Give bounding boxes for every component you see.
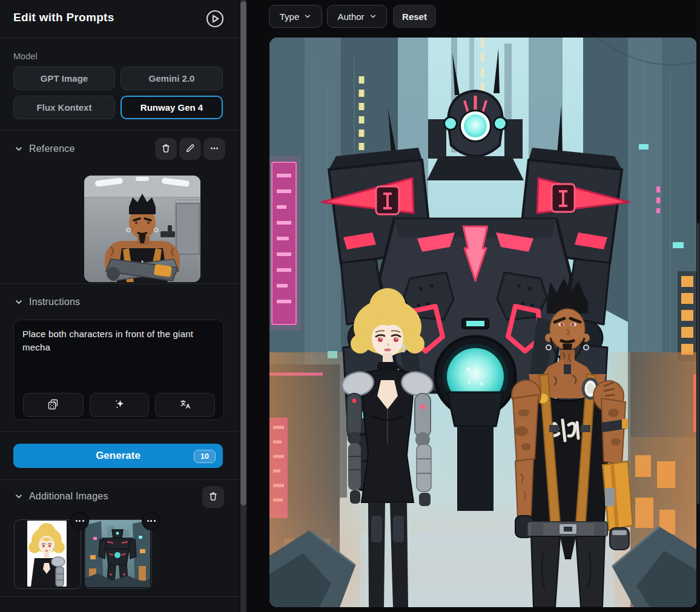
additional-images-section-label: Additional Images xyxy=(29,491,108,502)
type-filter-label: Type xyxy=(280,12,300,22)
generate-button[interactable]: Generate 10 xyxy=(13,444,223,468)
generate-button-label: Generate xyxy=(96,450,140,461)
reference-image[interactable] xyxy=(84,176,200,282)
generated-image[interactable] xyxy=(269,38,697,607)
delete-additional-images-button[interactable] xyxy=(202,486,224,508)
divider xyxy=(0,283,240,284)
reference-more-button[interactable] xyxy=(203,138,225,160)
author-filter-label: Author xyxy=(337,12,364,22)
model-option-runway-gen-4[interactable]: Runway Gen 4 xyxy=(121,96,223,119)
play-circle-icon xyxy=(205,21,225,30)
divider xyxy=(0,596,240,597)
pencil-icon xyxy=(185,143,196,156)
model-option-gpt-image[interactable]: GPT Image xyxy=(13,67,115,90)
additional-image-2[interactable] xyxy=(85,519,152,589)
page-scrollbar-thumb[interactable] xyxy=(697,223,699,504)
author-filter-dropdown[interactable]: Author xyxy=(327,5,387,28)
credits-badge: 10 xyxy=(194,450,216,463)
run-button[interactable] xyxy=(205,9,225,28)
dice-icon xyxy=(47,398,59,412)
divider xyxy=(0,130,240,131)
trash-icon xyxy=(208,491,219,504)
sparkles-icon xyxy=(113,398,125,412)
translate-icon xyxy=(179,398,191,412)
type-filter-dropdown[interactable]: Type xyxy=(269,5,322,28)
chevron-down-icon[interactable] xyxy=(15,492,23,501)
model-option-flux-kontext[interactable]: Flux Kontext xyxy=(13,96,115,119)
model-option-gemini-2-0[interactable]: Gemini 2.0 xyxy=(121,67,223,90)
chevron-down-icon xyxy=(369,12,377,22)
ellipsis-icon xyxy=(209,143,220,156)
divider xyxy=(0,479,240,480)
randomize-prompt-button[interactable] xyxy=(23,393,84,417)
instructions-text[interactable]: Place both characters in front of the gi… xyxy=(22,327,204,354)
page-scrollbar[interactable] xyxy=(696,0,700,612)
divider xyxy=(0,38,240,38)
sidebar-scrollbar-thumb[interactable] xyxy=(240,1,246,505)
instructions-editor[interactable]: Place both characters in front of the gi… xyxy=(13,320,224,420)
edit-reference-button[interactable] xyxy=(179,138,201,160)
enhance-prompt-button[interactable] xyxy=(90,393,149,417)
page-title: Edit with Prompts xyxy=(13,11,114,24)
chevron-down-icon xyxy=(304,12,311,22)
translate-button[interactable] xyxy=(155,393,215,417)
divider xyxy=(0,431,240,432)
reset-filters-button[interactable]: Reset xyxy=(393,5,436,28)
additional-image-1-more-button[interactable] xyxy=(71,513,88,529)
trash-icon xyxy=(160,143,171,156)
instructions-section-label: Instructions xyxy=(29,297,80,308)
chevron-down-icon[interactable] xyxy=(15,298,23,306)
model-label: Model xyxy=(13,51,38,61)
additional-image-1[interactable] xyxy=(14,519,81,589)
delete-reference-button[interactable] xyxy=(155,138,177,160)
additional-image-2-more-button[interactable] xyxy=(143,513,159,529)
sidebar-scrollbar[interactable] xyxy=(240,0,246,612)
additional-image-1-picture xyxy=(27,521,67,587)
chevron-down-icon[interactable] xyxy=(15,145,23,153)
gallery-panel: Type Author Reset xyxy=(246,0,700,612)
reference-section-label: Reference xyxy=(29,143,75,154)
sidebar: Edit with Prompts Model GPT Image Gemini… xyxy=(0,0,240,612)
reset-filters-label: Reset xyxy=(402,12,427,22)
